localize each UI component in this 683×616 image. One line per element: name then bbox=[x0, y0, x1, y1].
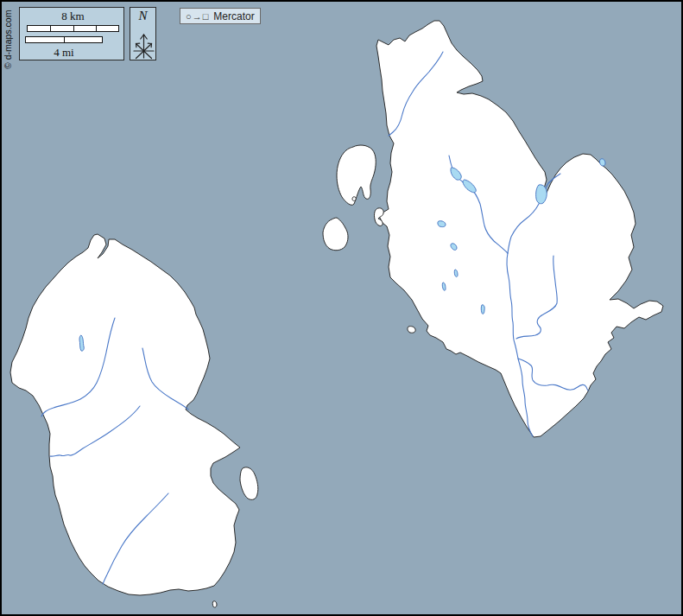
scale-km-bar bbox=[27, 25, 119, 32]
lake-small-a bbox=[438, 221, 446, 227]
map-canvas: 8 km 4 mi N ○→□ Mercator bbox=[0, 0, 683, 616]
projection-symbols-icon: ○→□ bbox=[186, 11, 209, 22]
projection-label: Mercator bbox=[213, 10, 254, 22]
scale-mi-bar bbox=[25, 36, 103, 43]
lake-northeast-arm bbox=[600, 159, 606, 166]
islet-northwest-large bbox=[337, 145, 376, 205]
scale-km-label: 8 km bbox=[27, 10, 119, 23]
blank-map bbox=[0, 0, 683, 616]
projection-box: ○→□ Mercator bbox=[180, 8, 261, 24]
scale-tick bbox=[64, 37, 65, 42]
copyright-watermark: © d-maps.com bbox=[3, 10, 13, 69]
scale-tick bbox=[50, 26, 51, 31]
compass-north-label: N bbox=[130, 9, 155, 23]
lake-small-c bbox=[454, 270, 458, 276]
islet-south-of-left-island bbox=[212, 601, 217, 607]
compass-rose-icon bbox=[130, 29, 157, 61]
scale-tick bbox=[73, 26, 74, 31]
islet-southwest-tiny bbox=[408, 327, 415, 333]
scale-mi-label: 4 mi bbox=[25, 46, 103, 60]
islet-northwest-dot bbox=[352, 197, 356, 201]
lake-east-bay bbox=[536, 185, 547, 204]
lake-small-e bbox=[481, 305, 484, 314]
scale-tick bbox=[96, 26, 97, 31]
scale-bar-panel: 8 km 4 mi bbox=[19, 7, 124, 60]
compass-panel: N bbox=[130, 7, 156, 60]
